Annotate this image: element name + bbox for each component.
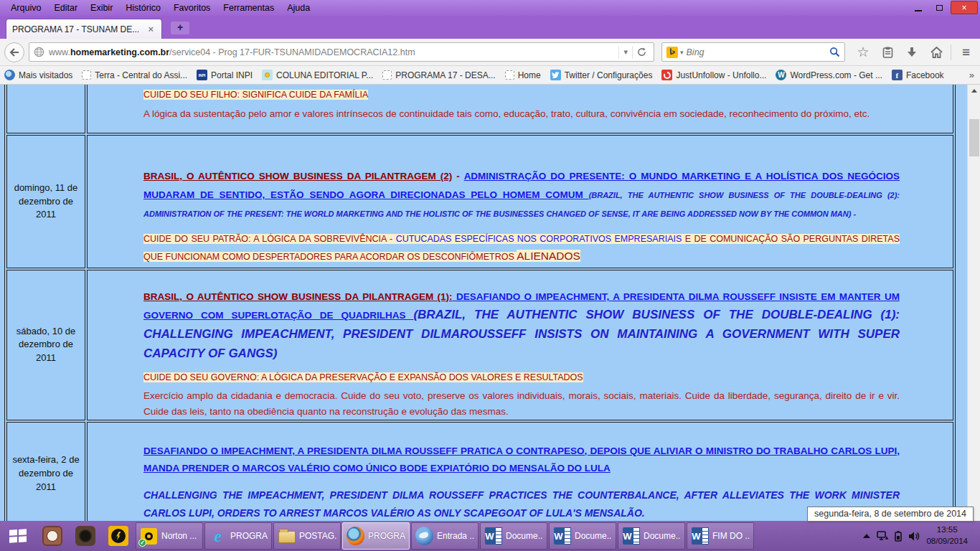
home-icon[interactable] <box>924 42 948 62</box>
content-table: CUIDE DO SEU FILHO: SIGNIFICA CUIDE DA F… <box>4 85 956 551</box>
urlbar-dropdown-icon[interactable]: ▾ <box>618 46 632 59</box>
lightning-app-icon <box>108 526 128 546</box>
bookmark-home[interactable]: Home <box>505 70 541 80</box>
clock-app-icon <box>42 526 62 546</box>
taskbar-button-word3[interactable]: W Docume... <box>618 522 685 550</box>
taskbar-button-word1[interactable]: W Docume... <box>480 522 547 550</box>
date-cell: sábado, 10 de dezembro de 2011 <box>6 270 85 420</box>
window-controls: × <box>908 1 978 14</box>
bookmark-label: Terra - Central do Assi... <box>95 70 187 80</box>
entry-title-link[interactable]: BRASIL, O AUTÊNTICO SHOW BUSINESS DA PIL… <box>143 291 453 302</box>
menu-exibir[interactable]: Exibir <box>84 1 119 14</box>
bookmark-justunfollow[interactable]: JustUnfollow - Unfollo... <box>661 70 766 80</box>
bookmark-twitter[interactable]: Twitter / Configurações <box>550 70 653 80</box>
firefox-icon <box>347 527 364 545</box>
bookmark-label: Home <box>518 70 541 80</box>
coluna-favicon-icon <box>262 70 273 80</box>
table-row: CUIDE DO SEU FILHO: SIGNIFICA CUIDE DA F… <box>6 85 953 133</box>
menu-favoritos[interactable]: Favoritos <box>167 1 217 14</box>
reload-icon[interactable] <box>632 46 651 59</box>
word-icon: W <box>692 527 709 545</box>
bing-icon[interactable] <box>666 47 678 58</box>
wordpress-icon: W <box>776 70 786 80</box>
clock-date: 08/09/2014 <box>926 536 968 547</box>
norton-icon: ✓ <box>141 528 157 545</box>
url-text[interactable]: www.homemarketing.com.br/service04 - Pro… <box>49 47 618 57</box>
volume-icon[interactable] <box>906 521 922 551</box>
date-tooltip: segunda-feira, 8 de setembro de 2014 <box>807 507 974 522</box>
tray-expand-icon[interactable] <box>859 521 875 551</box>
vertical-scrollbar[interactable] <box>967 85 980 551</box>
internet-explorer-icon: e <box>214 527 222 545</box>
search-magnifier-icon[interactable] <box>829 47 840 57</box>
start-button[interactable] <box>0 521 36 551</box>
taskbar-clock[interactable]: 13:55 08/09/2014 <box>922 524 974 547</box>
url-www: www. <box>49 47 70 57</box>
pinned-lightning-app[interactable] <box>105 521 131 551</box>
speaker-app-icon <box>75 526 95 546</box>
back-button[interactable] <box>4 42 24 62</box>
url-bar[interactable]: www.homemarketing.com.br/service04 - Pro… <box>29 42 654 62</box>
search-engine-caret-icon[interactable]: ▾ <box>680 49 684 56</box>
thunderbird-icon <box>415 527 433 545</box>
entry-title: BRASIL, O AUTÊNTICO SHOW BUSINESS DA PIL… <box>143 289 900 363</box>
entry-title-link[interactable]: DESAFIANDO O IMPEACHMENT, A PRESIDENTA D… <box>143 446 900 474</box>
new-tab-button[interactable]: + <box>171 22 189 34</box>
bookmark-terra[interactable]: Terra - Central do Assi... <box>82 70 187 80</box>
menu-ajuda[interactable]: Ajuda <box>281 1 316 14</box>
pinned-speaker-app[interactable] <box>72 521 98 551</box>
bookmarks-panel-icon[interactable] <box>875 42 900 62</box>
highlight-paragraph: CUIDE DO SEU PATRÃO: A LÓGICA DA SOBREVI… <box>143 230 900 265</box>
taskbar-button-folder[interactable]: POSTAG... <box>273 522 341 550</box>
bookmarks-bar: Mais visitados Terra - Central do Assi..… <box>0 66 980 85</box>
system-tray: 13:55 08/09/2014 <box>859 521 980 551</box>
history-icon <box>4 70 15 80</box>
bookmark-portal-inpi[interactable]: INPI Portal INPI <box>197 70 253 80</box>
entry-paragraph: Exercício amplo da cidadania e democraci… <box>143 388 900 420</box>
taskbar-button-norton[interactable]: ✓ Norton ... <box>136 522 203 550</box>
bookmark-mais-visitados[interactable]: Mais visitados <box>4 70 72 80</box>
bookmark-programa17[interactable]: PROGRAMA 17 - DESA... <box>382 70 495 80</box>
taskbar-button-word4[interactable]: W FIM DO ... <box>687 522 754 550</box>
pinned-clock-app[interactable] <box>39 521 65 551</box>
tab-programa17[interactable]: PROGRAMA 17 - TSUNAM DE... × <box>6 19 162 39</box>
scrollbar-up-arrow-icon[interactable] <box>968 85 980 97</box>
taskbar-button-thunderbird[interactable]: Entrada ... <box>411 522 479 550</box>
bookmarks-overflow-icon[interactable]: » <box>969 70 976 80</box>
menu-ferramentas[interactable]: Ferramentas <box>217 1 281 14</box>
bookmark-wordpress[interactable]: W WordPress.com - Get ... <box>776 70 882 80</box>
folder-icon <box>278 531 296 543</box>
menu-editar[interactable]: Editar <box>47 1 84 14</box>
taskbar-button-word2[interactable]: W Docume... <box>549 522 616 550</box>
network-icon[interactable] <box>875 521 890 551</box>
battery-icon[interactable] <box>890 521 906 551</box>
scrollbar-thumb[interactable] <box>969 119 979 156</box>
tab-close-icon[interactable]: × <box>146 24 156 34</box>
taskbar-button-firefox[interactable]: PROGRA... <box>342 522 410 550</box>
downloads-icon[interactable] <box>900 42 924 62</box>
bookmark-label: COLUNA EDITORIAL P... <box>276 70 373 80</box>
placeholder-favicon-icon <box>82 70 91 80</box>
bookmark-facebook[interactable]: f Facebook <box>892 70 944 80</box>
page-viewport: CUIDE DO SEU FILHO: SIGNIFICA CUIDE DA F… <box>0 85 967 551</box>
entry-title: BRASIL, O AUTÊNTICO SHOW BUSINESS DA PIL… <box>143 167 900 223</box>
hamburger-menu-icon[interactable]: ≡ <box>953 42 978 62</box>
bookmark-label: Facebook <box>906 70 944 80</box>
menu-historico[interactable]: Histórico <box>119 1 167 14</box>
bookmark-coluna-editorial[interactable]: COLUNA EDITORIAL P... <box>262 70 373 80</box>
entry-title-link[interactable]: BRASIL, O AUTÊNTICO SHOW BUSINESS DA PIL… <box>143 171 452 182</box>
bookmark-star-icon[interactable]: ☆ <box>851 42 875 62</box>
search-input[interactable] <box>687 47 829 57</box>
close-button[interactable]: × <box>951 1 978 14</box>
taskbar-button-ie[interactable]: e PROGRA... <box>204 522 272 550</box>
toolbar-action-icons: ☆ ≡ <box>851 42 978 62</box>
menu-arquivo[interactable]: Arquivo <box>4 1 47 14</box>
search-box[interactable]: ▾ <box>661 42 845 62</box>
clock-time: 13:55 <box>926 524 968 536</box>
highlight-text: CUIDE DO SEU GOVERNO: A LÓGICA DA PRESER… <box>143 372 583 382</box>
word-icon: W <box>485 527 502 545</box>
restore-button[interactable] <box>929 1 950 14</box>
bookmark-label: JustUnfollow - Unfollo... <box>676 70 766 80</box>
minimize-button[interactable] <box>908 1 928 14</box>
entry-translation-paragraph: CHALLENGING THE IMPEACHMENT, PRESIDENT D… <box>143 486 900 522</box>
